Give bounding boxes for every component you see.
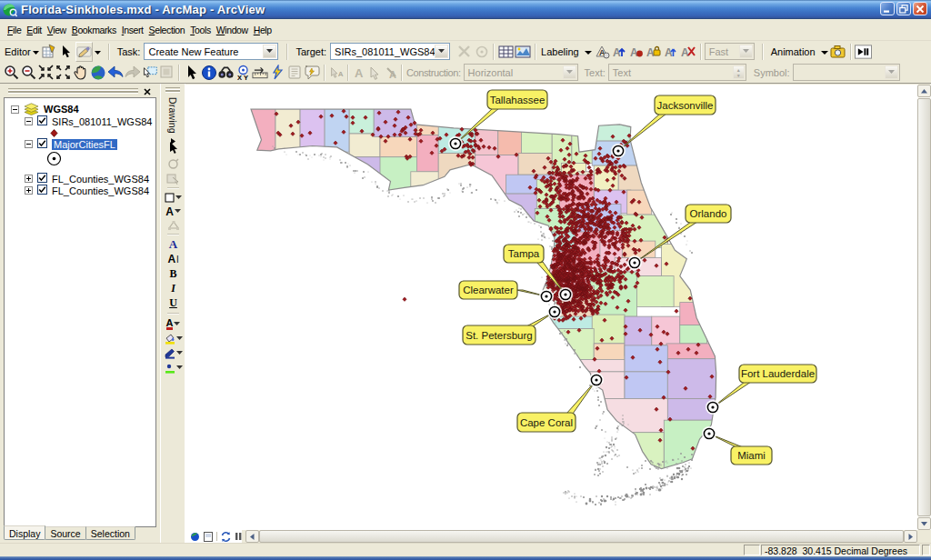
svg-text:St. Petersburg: St. Petersburg xyxy=(466,330,533,341)
svg-text:Clearwater: Clearwater xyxy=(463,285,514,295)
svg-text:Orlando: Orlando xyxy=(690,208,727,219)
svg-text:Y: Y xyxy=(244,74,248,81)
svg-text:A: A xyxy=(389,69,396,80)
svg-text:Fort Lauderdale: Fort Lauderdale xyxy=(741,368,815,379)
svg-text:A: A xyxy=(338,70,344,78)
svg-text:Miami: Miami xyxy=(737,450,766,461)
svg-text:Cape Coral: Cape Coral xyxy=(520,417,573,428)
svg-text:A: A xyxy=(613,46,621,59)
svg-text:Tallahassee: Tallahassee xyxy=(490,95,546,105)
svg-text:A: A xyxy=(355,66,364,80)
svg-text:A: A xyxy=(665,46,673,59)
svg-text:Jacksonville: Jacksonville xyxy=(657,100,714,111)
svg-text:X: X xyxy=(237,74,242,81)
svg-text:Tampa: Tampa xyxy=(508,248,540,259)
